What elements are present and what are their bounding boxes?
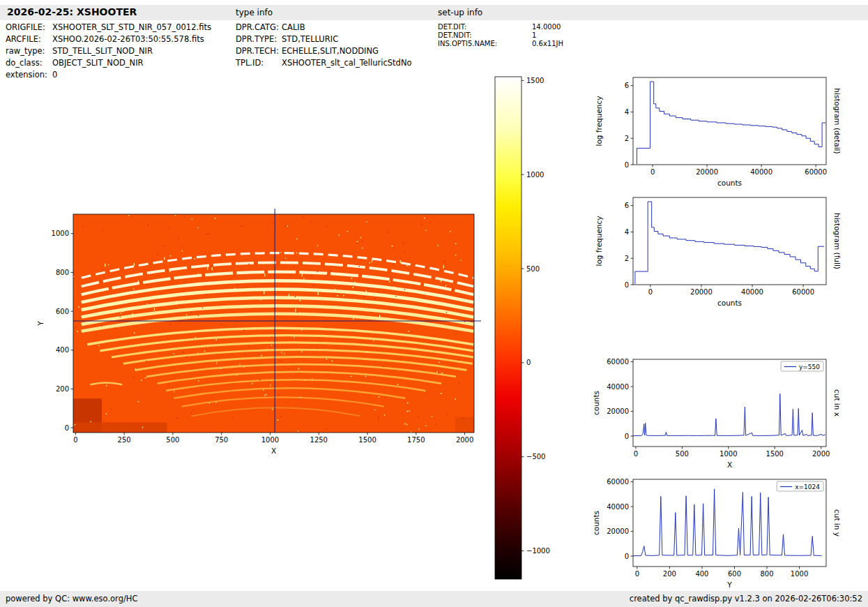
field-label: DPR.CATG: bbox=[236, 22, 282, 33]
svg-text:Y: Y bbox=[726, 580, 732, 589]
svg-text:0: 0 bbox=[625, 281, 629, 289]
svg-text:1750: 1750 bbox=[407, 436, 425, 444]
field-label: raw_type: bbox=[6, 45, 52, 57]
svg-text:0: 0 bbox=[625, 161, 629, 169]
svg-text:60000: 60000 bbox=[607, 478, 629, 486]
svg-text:x=1024: x=1024 bbox=[795, 484, 820, 490]
svg-text:800: 800 bbox=[56, 269, 69, 276]
field-label: INS.OPTI5.NAME: bbox=[438, 40, 532, 48]
svg-text:1250: 1250 bbox=[310, 436, 328, 444]
type-info-row: DPR.CATG:CALIB bbox=[236, 22, 412, 33]
svg-text:2: 2 bbox=[625, 135, 629, 142]
svg-text:20000: 20000 bbox=[607, 407, 629, 415]
svg-text:−1000: −1000 bbox=[526, 547, 550, 555]
svg-text:500: 500 bbox=[526, 265, 540, 273]
svg-text:counts: counts bbox=[717, 299, 742, 307]
svg-text:800: 800 bbox=[760, 570, 773, 578]
svg-text:2000: 2000 bbox=[812, 450, 830, 458]
svg-text:60000: 60000 bbox=[805, 168, 827, 176]
svg-text:200: 200 bbox=[663, 570, 676, 578]
svg-text:0: 0 bbox=[526, 359, 531, 366]
field-label: ARCFILE: bbox=[6, 33, 52, 45]
svg-text:1500: 1500 bbox=[526, 77, 544, 84]
type-info-block: DPR.CATG:CALIB DPR.TYPE:STD,TELLURIC DPR… bbox=[236, 22, 412, 69]
field-label: extension: bbox=[6, 69, 52, 81]
field-label: DET.NDIT: bbox=[438, 31, 532, 40]
footer-bar: powered by QC: www.eso.org/HC created by… bbox=[0, 591, 868, 607]
field-value: STD_TELL_SLIT_NOD_NIR bbox=[52, 46, 153, 56]
svg-text:2: 2 bbox=[625, 255, 629, 262]
raw-image-plot: 0250500750100012501500175020000200400600… bbox=[33, 202, 494, 472]
svg-text:400: 400 bbox=[695, 570, 708, 578]
field-value: OBJECT_SLIT_NOD_NIR bbox=[52, 58, 144, 68]
svg-text:750: 750 bbox=[215, 436, 228, 444]
setup-info-block: DET.DIT:14.0000 DET.NDIT:1 INS.OPTI5.NAM… bbox=[438, 23, 563, 48]
type-info-row: DPR.TECH:ECHELLE,SLIT,NODDING bbox=[236, 45, 412, 57]
cut-in-y-plot: 020040060080010000200004000060000Ycounts… bbox=[589, 472, 868, 600]
setup-info-row: DET.NDIT:1 bbox=[438, 31, 563, 40]
file-info-row: ARCFILE:XSHOO.2026-02-26T03:50:55.578.fi… bbox=[6, 33, 211, 45]
svg-text:1500: 1500 bbox=[358, 436, 376, 444]
svg-text:counts: counts bbox=[717, 179, 742, 187]
qc-report-page: 2026-02-25: XSHOOTER type info set-up in… bbox=[0, 0, 868, 607]
svg-text:600: 600 bbox=[56, 308, 69, 315]
footer-created-by: created by qc_rawdisp.py v1.2.3 on 2026-… bbox=[630, 594, 862, 604]
svg-text:histogram (full): histogram (full) bbox=[833, 213, 842, 269]
field-value: 0.6x11JH bbox=[532, 40, 563, 47]
svg-text:1000: 1000 bbox=[526, 171, 544, 179]
svg-text:−500: −500 bbox=[526, 453, 545, 460]
svg-text:0: 0 bbox=[65, 424, 69, 432]
svg-text:1500: 1500 bbox=[766, 450, 784, 458]
svg-text:4: 4 bbox=[625, 108, 629, 116]
colorbar: 150010005000−500−1000 bbox=[492, 72, 568, 594]
field-value: XSHOOTER_slt_cal_TelluricStdNo bbox=[282, 58, 412, 68]
svg-text:500: 500 bbox=[166, 436, 179, 444]
file-info-row: extension:0 bbox=[6, 69, 211, 81]
svg-text:40000: 40000 bbox=[607, 383, 629, 391]
footer-powered-by: powered by QC: www.eso.org/HC bbox=[6, 594, 137, 604]
svg-text:0: 0 bbox=[650, 168, 655, 176]
type-info-row: TPL.ID:XSHOOTER_slt_cal_TelluricStdNo bbox=[236, 57, 412, 69]
histogram-detail-plot: 02000040000600000246countslog frequencyh… bbox=[589, 70, 868, 198]
file-info-block: ORIGFILE:XSHOOTER_SLT_STD_NIR_057_0012.f… bbox=[6, 22, 211, 81]
page-title: 2026-02-25: XSHOOTER bbox=[7, 6, 137, 17]
svg-text:40000: 40000 bbox=[750, 168, 772, 176]
svg-text:0: 0 bbox=[625, 553, 629, 560]
svg-text:0: 0 bbox=[73, 436, 77, 444]
svg-text:500: 500 bbox=[676, 450, 689, 458]
svg-text:histogram (detail): histogram (detail) bbox=[833, 88, 842, 153]
svg-text:cut in x: cut in x bbox=[833, 389, 842, 417]
field-value: XSHOOTER_SLT_STD_NIR_057_0012.fits bbox=[52, 22, 211, 32]
svg-text:400: 400 bbox=[56, 346, 69, 354]
svg-text:counts: counts bbox=[592, 511, 600, 535]
svg-text:0: 0 bbox=[635, 570, 639, 578]
svg-text:y=550: y=550 bbox=[799, 364, 820, 370]
svg-text:4: 4 bbox=[625, 228, 629, 236]
svg-text:40000: 40000 bbox=[741, 288, 763, 296]
setup-info-heading: set-up info bbox=[438, 8, 482, 17]
svg-text:20000: 20000 bbox=[607, 527, 629, 535]
svg-text:600: 600 bbox=[728, 570, 741, 578]
svg-text:log frequency: log frequency bbox=[595, 216, 603, 266]
field-label: DPR.TECH: bbox=[236, 45, 282, 57]
field-label: TPL.ID: bbox=[236, 57, 282, 69]
histogram-full-plot: 02000040000600000246countslog frequencyh… bbox=[589, 190, 868, 318]
svg-text:250: 250 bbox=[118, 436, 131, 444]
field-value: 0 bbox=[52, 70, 57, 80]
cut-in-x-plot: 05001000150020000200004000060000Xcountsc… bbox=[589, 352, 868, 480]
svg-text:cut in y: cut in y bbox=[833, 509, 842, 537]
svg-text:0: 0 bbox=[634, 450, 638, 458]
svg-text:60000: 60000 bbox=[607, 358, 629, 366]
field-value: CALIB bbox=[282, 22, 305, 32]
type-info-row: DPR.TYPE:STD,TELLURIC bbox=[236, 33, 412, 45]
field-label: DPR.TYPE: bbox=[236, 33, 282, 45]
field-value: ECHELLE,SLIT,NODDING bbox=[282, 46, 379, 56]
svg-text:20000: 20000 bbox=[696, 168, 718, 176]
svg-text:20000: 20000 bbox=[690, 288, 713, 296]
svg-text:1000: 1000 bbox=[791, 570, 808, 578]
field-value: 14.0000 bbox=[532, 23, 561, 31]
svg-text:1000: 1000 bbox=[719, 450, 737, 458]
field-label: ORIGFILE: bbox=[6, 22, 52, 33]
setup-info-row: INS.OPTI5.NAME:0.6x11JH bbox=[438, 40, 563, 48]
file-info-row: do_class:OBJECT_SLIT_NOD_NIR bbox=[6, 57, 211, 69]
